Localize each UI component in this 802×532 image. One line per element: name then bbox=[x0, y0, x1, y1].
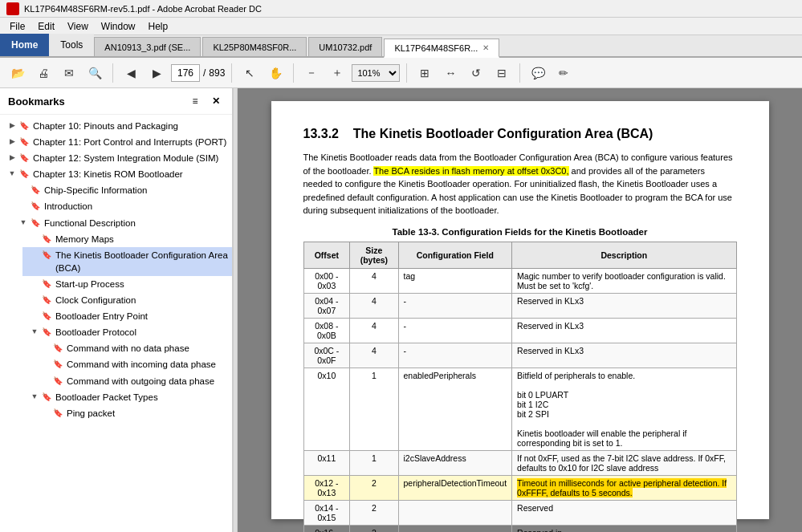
cursor-tool-button[interactable]: ↖ bbox=[238, 62, 261, 84]
sidebar-item-ping-packet[interactable]: 🔖 Ping packet bbox=[34, 405, 232, 421]
section-number: 13.3.2 bbox=[303, 127, 339, 140]
comment-button[interactable]: 💬 bbox=[527, 62, 549, 84]
menu-window[interactable]: Window bbox=[95, 19, 142, 34]
sidebar-item-memory-maps[interactable]: 🔖 Memory Maps bbox=[22, 231, 232, 247]
tab-2[interactable]: UM10732.pdf bbox=[308, 37, 382, 56]
page-number-input[interactable] bbox=[171, 64, 200, 82]
tab-1[interactable]: KL25P80M48SF0R... bbox=[202, 37, 307, 56]
sidebar-label-functional-desc: Functional Description bbox=[44, 217, 229, 229]
table-row: 0x0C - 0x0F bbox=[303, 343, 350, 368]
menu-edit[interactable]: Edit bbox=[31, 19, 61, 34]
menu-view[interactable]: View bbox=[61, 19, 95, 34]
sidebar-item-incoming-data[interactable]: 🔖 Command with incoming data phase bbox=[34, 356, 232, 372]
bookmark-icon: 🔖 bbox=[19, 152, 31, 164]
sidebar-label-no-data: Command with no data phase bbox=[67, 342, 229, 355]
sidebar-item-clock[interactable]: 🔖 Clock Configuration bbox=[22, 292, 232, 308]
fit-width-button[interactable]: ↔ bbox=[439, 62, 462, 84]
table-row: 0x04 - 0x07 bbox=[303, 293, 350, 318]
toggle-icon: ▶ bbox=[6, 120, 18, 131]
page-nav: / 893 bbox=[171, 64, 225, 82]
sidebar-label-packet-types: Bootloader Packet Types bbox=[55, 391, 229, 404]
sidebar: Bookmarks ≡ ✕ ▶ 🔖 Chapter 10: Pinouts an… bbox=[0, 88, 233, 532]
table-row: 0x08 - 0x0B bbox=[303, 318, 350, 343]
toggle-icon bbox=[29, 250, 40, 260]
packet-types-children: 🔖 Ping packet bbox=[22, 405, 232, 421]
title-bar: KL17P64M48SF6RM-rev5.1.pdf - Adobe Acrob… bbox=[0, 0, 802, 18]
pen-button[interactable]: ✏ bbox=[552, 62, 575, 84]
toggle-icon: ▼ bbox=[29, 392, 40, 402]
toggle-icon bbox=[40, 408, 51, 418]
email-button[interactable]: ✉ bbox=[58, 62, 80, 84]
table-row: 0x10 bbox=[303, 368, 350, 450]
bookmark-icon: 🔖 bbox=[42, 311, 53, 322]
sidebar-item-protocol[interactable]: ▼ 🔖 Bootloader Protocol bbox=[22, 324, 232, 340]
next-page-button[interactable]: ▶ bbox=[145, 62, 168, 84]
sidebar-item-ch10[interactable]: ▶ 🔖 Chapter 10: Pinouts and Packaging bbox=[0, 118, 232, 134]
toolbar: 📂 🖨 ✉ 🔍 ◀ ▶ / 893 ↖ ✋ － ＋ 101% 75% 100% … bbox=[0, 58, 802, 88]
bookmark-icon: 🔖 bbox=[53, 376, 64, 387]
rotate-button[interactable]: ↺ bbox=[465, 62, 487, 84]
bookmark-icon: 🔖 bbox=[42, 250, 53, 261]
main-layout: Bookmarks ≡ ✕ ▶ 🔖 Chapter 10: Pinouts an… bbox=[0, 88, 802, 532]
toggle-icon: ▼ bbox=[18, 217, 29, 228]
sidebar-item-chip-specific[interactable]: 🔖 Chip-Specific Information bbox=[11, 182, 232, 198]
sidebar-item-startup[interactable]: 🔖 Start-up Process bbox=[22, 276, 232, 292]
tab-0[interactable]: AN10913_3.pdf (SE... bbox=[94, 37, 201, 56]
sidebar-options-icon[interactable]: ≡ bbox=[187, 93, 203, 109]
tab-3[interactable]: KL17P64M48SF6R... ✕ bbox=[384, 39, 499, 58]
menu-help[interactable]: Help bbox=[142, 19, 175, 34]
col-field: Configuration Field bbox=[398, 242, 512, 268]
sidebar-label-introduction: Introduction bbox=[44, 200, 229, 213]
sidebar-item-introduction[interactable]: 🔖 Introduction bbox=[11, 198, 232, 214]
table-row: 0x14 - 0x15 bbox=[303, 500, 350, 525]
sidebar-close-icon[interactable]: ✕ bbox=[208, 93, 224, 109]
section-heading: 13.3.2 The Kinetis Bootloader Configurat… bbox=[303, 127, 737, 141]
sidebar-label-ch10: Chapter 10: Pinouts and Packaging bbox=[33, 120, 229, 132]
zoom-select[interactable]: 101% 75% 100% 125% 150% bbox=[352, 64, 400, 82]
toggle-icon bbox=[29, 278, 40, 289]
print-button[interactable]: 🖨 bbox=[32, 62, 55, 84]
zoom-in-button[interactable]: ＋ bbox=[326, 62, 348, 84]
sidebar-item-no-data[interactable]: 🔖 Command with no data phase bbox=[34, 340, 232, 356]
toggle-icon bbox=[40, 376, 51, 386]
bookmark-icon: 🔖 bbox=[31, 201, 42, 212]
separator-5 bbox=[519, 63, 520, 83]
toggle-icon bbox=[40, 359, 51, 369]
menu-file[interactable]: File bbox=[3, 19, 31, 34]
toggle-icon bbox=[18, 201, 29, 211]
sidebar-item-packet-types[interactable]: ▼ 🔖 Bootloader Packet Types bbox=[22, 389, 232, 405]
toggle-icon: ▶ bbox=[6, 152, 18, 163]
toggle-icon: ▶ bbox=[6, 136, 18, 147]
hand-tool-button[interactable]: ✋ bbox=[264, 62, 287, 84]
functional-desc-children: 🔖 Memory Maps 🔖 The Kinetis Bootloader C… bbox=[11, 231, 232, 421]
sidebar-item-functional-desc[interactable]: ▼ 🔖 Functional Description bbox=[11, 215, 232, 231]
bookmark-icon: 🔖 bbox=[42, 392, 53, 403]
sidebar-icons: ≡ ✕ bbox=[187, 93, 224, 109]
prev-page-button[interactable]: ◀ bbox=[120, 62, 142, 84]
tab-home[interactable]: Home bbox=[0, 34, 49, 56]
open-file-button[interactable]: 📂 bbox=[6, 62, 29, 84]
fit-page-button[interactable]: ⊞ bbox=[413, 62, 436, 84]
toggle-icon bbox=[29, 234, 40, 244]
sidebar-item-bca[interactable]: 🔖 The Kinetis Bootloader Configuration A… bbox=[22, 247, 232, 276]
bookmark-icon: 🔖 bbox=[53, 343, 64, 354]
sidebar-item-entry-point[interactable]: 🔖 Bootloader Entry Point bbox=[22, 308, 232, 324]
tab-tools[interactable]: Tools bbox=[49, 34, 94, 56]
section-title: The Kinetis Bootloader Configuration Are… bbox=[353, 127, 653, 140]
search-button[interactable]: 🔍 bbox=[83, 62, 106, 84]
sidebar-item-outgoing-data[interactable]: 🔖 Command with outgoing data phase bbox=[34, 373, 232, 389]
snap-button[interactable]: ⊟ bbox=[491, 62, 513, 84]
bookmark-icon: 🔖 bbox=[42, 294, 53, 306]
total-pages: 893 bbox=[209, 67, 225, 79]
sidebar-item-ch13[interactable]: ▼ 🔖 Chapter 13: Kinetis ROM Bootloader bbox=[0, 166, 232, 182]
sidebar-label-protocol: Bootloader Protocol bbox=[55, 326, 229, 339]
sidebar-item-ch12[interactable]: ▶ 🔖 Chapter 12: System Integration Modul… bbox=[0, 150, 232, 166]
bookmarks-tree: ▶ 🔖 Chapter 10: Pinouts and Packaging ▶ … bbox=[0, 115, 232, 424]
sidebar-label-startup: Start-up Process bbox=[55, 278, 229, 290]
sidebar-label-ch13: Chapter 13: Kinetis ROM Bootloader bbox=[33, 168, 229, 181]
separator-3 bbox=[293, 63, 294, 83]
sidebar-item-ch11[interactable]: ▶ 🔖 Chapter 11: Port Control and Interru… bbox=[0, 134, 232, 150]
toggle-icon bbox=[40, 343, 51, 353]
close-icon[interactable]: ✕ bbox=[482, 43, 489, 52]
zoom-out-button[interactable]: － bbox=[300, 62, 323, 84]
